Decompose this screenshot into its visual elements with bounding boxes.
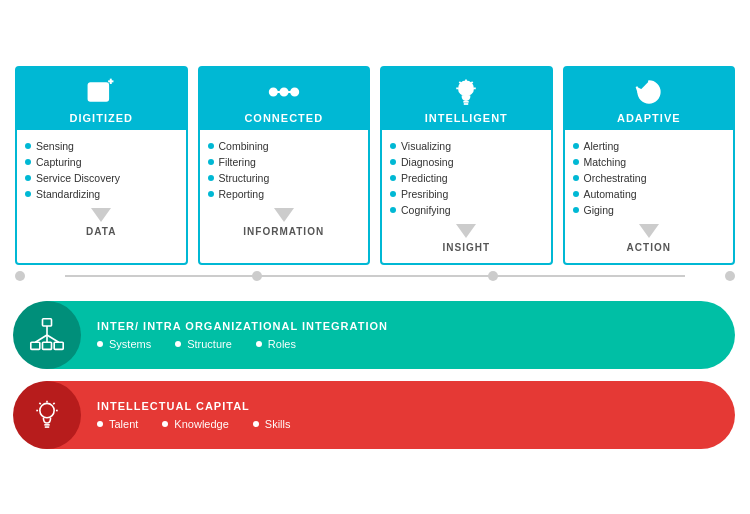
card-bottom-adaptive: ACTION bbox=[565, 218, 734, 253]
connector-dot bbox=[15, 271, 25, 281]
bullet bbox=[97, 421, 103, 427]
bullet bbox=[573, 207, 579, 213]
list-item: Giging bbox=[573, 202, 726, 218]
card-icon-digitized bbox=[21, 76, 182, 108]
list-item: Matching bbox=[573, 154, 726, 170]
capital-items: TalentKnowledgeSkills bbox=[97, 418, 719, 430]
card-header-adaptive: ADAPTIVE bbox=[565, 68, 734, 130]
bullet bbox=[25, 191, 31, 197]
bullet bbox=[390, 207, 396, 213]
capital-icon-circle bbox=[13, 381, 81, 449]
capital-bar: INTELLECTUAL CAPITAL TalentKnowledgeSkil… bbox=[15, 381, 735, 449]
bullet bbox=[390, 191, 396, 197]
bullet bbox=[25, 175, 31, 181]
svg-point-5 bbox=[291, 88, 298, 95]
list-item: Automating bbox=[573, 186, 726, 202]
diagram: DIGITIZED SensingCapturingService Discov… bbox=[5, 56, 745, 459]
bullet bbox=[208, 159, 214, 165]
card-header-intelligent: INTELLIGENT bbox=[382, 68, 551, 130]
list-item: Structuring bbox=[208, 170, 361, 186]
list-item: Sensing bbox=[25, 138, 178, 154]
arrow-down bbox=[91, 208, 111, 222]
bullet bbox=[97, 341, 103, 347]
integration-items: SystemsStructureRoles bbox=[97, 338, 719, 350]
arrow-down bbox=[456, 224, 476, 238]
list-item: Standardizing bbox=[25, 186, 178, 202]
capital-item: Knowledge bbox=[162, 418, 228, 430]
svg-line-12 bbox=[472, 81, 473, 82]
svg-point-24 bbox=[40, 403, 54, 417]
bullet bbox=[390, 175, 396, 181]
svg-point-3 bbox=[270, 88, 277, 95]
card-body-adaptive: AlertingMatchingOrchestratingAutomatingG… bbox=[565, 130, 734, 218]
bullet bbox=[208, 143, 214, 149]
bullet bbox=[573, 191, 579, 197]
bullet bbox=[175, 341, 181, 347]
list-item: Alerting bbox=[573, 138, 726, 154]
svg-point-8 bbox=[459, 81, 473, 95]
svg-rect-18 bbox=[43, 342, 52, 349]
integration-icon-circle bbox=[13, 301, 81, 369]
capital-title: INTELLECTUAL CAPITAL bbox=[97, 400, 719, 412]
card-icon-intelligent bbox=[386, 76, 547, 108]
card-digitized: DIGITIZED SensingCapturingService Discov… bbox=[15, 66, 188, 265]
bullet bbox=[573, 175, 579, 181]
bullet bbox=[256, 341, 262, 347]
list-item: Cognifying bbox=[390, 202, 543, 218]
bullet bbox=[25, 159, 31, 165]
integration-item: Systems bbox=[97, 338, 151, 350]
svg-point-4 bbox=[280, 88, 287, 95]
card-body-intelligent: VisualizingDiagnosingPredictingPresribin… bbox=[382, 130, 551, 218]
svg-rect-17 bbox=[31, 342, 40, 349]
capital-item: Skills bbox=[253, 418, 291, 430]
bullet bbox=[208, 175, 214, 181]
list-item: Filtering bbox=[208, 154, 361, 170]
card-adaptive: ADAPTIVE AlertingMatchingOrchestratingAu… bbox=[563, 66, 736, 265]
card-body-digitized: SensingCapturingService DiscoveryStandar… bbox=[17, 130, 186, 202]
card-title-digitized: DIGITIZED bbox=[21, 112, 182, 124]
arrow-down bbox=[274, 208, 294, 222]
card-icon-connected bbox=[204, 76, 365, 108]
card-header-digitized: DIGITIZED bbox=[17, 68, 186, 130]
connector-dot bbox=[725, 271, 735, 281]
card-label-connected: INFORMATION bbox=[243, 226, 324, 237]
svg-line-28 bbox=[53, 402, 54, 403]
connector-line bbox=[65, 275, 685, 277]
svg-line-30 bbox=[39, 402, 40, 403]
list-item: Combining bbox=[208, 138, 361, 154]
list-item: Capturing bbox=[25, 154, 178, 170]
integration-title: INTER/ INTRA ORGANIZATIONAL INTEGRATION bbox=[97, 320, 719, 332]
svg-rect-19 bbox=[54, 342, 63, 349]
card-title-intelligent: INTELLIGENT bbox=[386, 112, 547, 124]
card-bottom-intelligent: INSIGHT bbox=[382, 218, 551, 253]
network-icon bbox=[29, 317, 65, 353]
integration-content: INTER/ INTRA ORGANIZATIONAL INTEGRATION … bbox=[81, 312, 735, 358]
card-bottom-digitized: DATA bbox=[17, 202, 186, 237]
capital-content: INTELLECTUAL CAPITAL TalentKnowledgeSkil… bbox=[81, 392, 735, 438]
arrow-down bbox=[639, 224, 659, 238]
card-title-adaptive: ADAPTIVE bbox=[569, 112, 730, 124]
integration-bar: INTER/ INTRA ORGANIZATIONAL INTEGRATION … bbox=[15, 301, 735, 369]
list-item: Service Discovery bbox=[25, 170, 178, 186]
card-bottom-connected: INFORMATION bbox=[200, 202, 369, 237]
cards-row: DIGITIZED SensingCapturingService Discov… bbox=[15, 66, 735, 265]
integration-item: Structure bbox=[175, 338, 232, 350]
lightbulb-icon bbox=[30, 398, 64, 432]
list-item: Diagnosing bbox=[390, 154, 543, 170]
card-header-connected: CONNECTED bbox=[200, 68, 369, 130]
list-item: Orchestrating bbox=[573, 170, 726, 186]
card-connected: CONNECTED CombiningFilteringStructuringR… bbox=[198, 66, 371, 265]
capital-item: Talent bbox=[97, 418, 138, 430]
list-item: Presribing bbox=[390, 186, 543, 202]
bullet bbox=[253, 421, 259, 427]
card-intelligent: INTELLIGENT VisualizingDiagnosingPredict… bbox=[380, 66, 553, 265]
card-label-intelligent: INSIGHT bbox=[442, 242, 490, 253]
bullet bbox=[162, 421, 168, 427]
bullet bbox=[573, 159, 579, 165]
bullet bbox=[25, 143, 31, 149]
integration-item: Roles bbox=[256, 338, 296, 350]
svg-rect-16 bbox=[43, 318, 52, 325]
list-item: Visualizing bbox=[390, 138, 543, 154]
svg-line-23 bbox=[47, 335, 59, 342]
svg-line-14 bbox=[460, 81, 461, 82]
